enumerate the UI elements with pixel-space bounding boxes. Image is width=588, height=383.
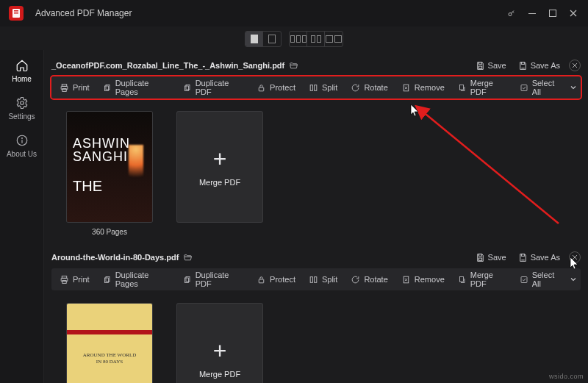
duplicate-pdf-icon: [183, 83, 192, 93]
svg-rect-38: [184, 278, 188, 283]
view-single-icon[interactable]: [245, 31, 263, 47]
select-all-button[interactable]: Select All: [515, 268, 567, 290]
svg-rect-44: [521, 276, 527, 282]
svg-rect-28: [521, 85, 527, 90]
cover-subtitle: THE: [73, 178, 102, 195]
page-thumbnail[interactable]: AROUND THE WORLD IN 80 DAYS: [67, 304, 152, 383]
gear-icon: [15, 96, 29, 110]
sidebar-item-settings[interactable]: Settings: [0, 90, 44, 128]
view-grid3-icon[interactable]: [290, 31, 307, 47]
duplicate-pdf-button[interactable]: Duplicate PDF: [176, 268, 250, 290]
toolbar-more-button[interactable]: [567, 276, 579, 282]
protect-button[interactable]: Protect: [250, 268, 302, 290]
svg-rect-15: [521, 62, 524, 64]
document-filename: Around-the-World-in-80-Days.pdf: [51, 253, 179, 262]
sidebar-item-about[interactable]: About Us: [0, 128, 44, 165]
save-button[interactable]: Save: [470, 61, 512, 71]
save-as-button[interactable]: Save As: [512, 61, 566, 71]
svg-rect-19: [106, 85, 110, 90]
print-icon: [60, 83, 69, 93]
chevron-down-icon: [570, 85, 576, 90]
svg-rect-31: [521, 254, 524, 256]
open-file-icon[interactable]: [183, 253, 193, 262]
save-as-button[interactable]: Save As: [512, 253, 566, 262]
rotate-icon: [351, 83, 360, 93]
view-grid2b-icon[interactable]: [325, 31, 343, 47]
view-single-outline-icon[interactable]: [263, 31, 281, 47]
save-as-icon: [518, 253, 528, 262]
split-button[interactable]: Split: [302, 76, 344, 99]
svg-rect-13: [478, 62, 481, 64]
svg-rect-27: [459, 85, 463, 89]
add-thumb-col: + Merge PDF: [172, 304, 268, 383]
merge-pdf-button[interactable]: Merge PDF: [451, 76, 515, 99]
save-icon: [476, 61, 485, 71]
svg-rect-3: [14, 12, 18, 14]
page-thumbnail[interactable]: ASHWIN SANGHI THE: [67, 112, 152, 222]
merge-pdf-button[interactable]: Merge PDF: [451, 268, 515, 290]
document-toolbar-2: Print Duplicate Pages Duplicate PDF Prot…: [51, 268, 581, 290]
select-all-button[interactable]: Select All: [515, 76, 567, 99]
plus-icon: +: [213, 339, 227, 362]
maximize-button[interactable]: [542, 3, 563, 24]
key-icon[interactable]: [501, 3, 522, 24]
plus-icon: +: [213, 147, 227, 171]
sidebar-label-home: Home: [12, 75, 32, 83]
split-button[interactable]: Split: [302, 268, 344, 290]
svg-rect-2: [14, 10, 18, 12]
watermark-text: wsido.com: [549, 373, 584, 380]
remove-button[interactable]: Remove: [395, 268, 451, 290]
cover-title: AROUND THE WORLD IN 80 DAYS: [83, 352, 136, 365]
close-document-button[interactable]: [569, 251, 581, 263]
svg-rect-7: [251, 35, 258, 43]
duplicate-pdf-button[interactable]: Duplicate PDF: [176, 76, 250, 99]
svg-rect-36: [104, 278, 108, 283]
sidebar-label-about: About Us: [7, 150, 37, 158]
print-button[interactable]: Print: [53, 76, 96, 99]
thumbnail-row-2: AROUND THE WORLD IN 80 DAYS + Merge PDF: [51, 290, 581, 383]
cover-stripe: [67, 330, 152, 334]
duplicate-pages-button[interactable]: Duplicate Pages: [96, 76, 176, 99]
svg-rect-40: [310, 276, 312, 282]
merge-icon: [458, 83, 467, 93]
view-mode-bar: [0, 28, 588, 50]
merge-tile-label: Merge PDF: [199, 370, 240, 379]
merge-tile-label: Merge PDF: [199, 178, 240, 187]
checkbox-icon: [520, 83, 528, 93]
remove-icon: [401, 83, 411, 93]
page-thumb-col: AROUND THE WORLD IN 80 DAYS: [62, 304, 157, 383]
merge-icon: [458, 275, 467, 284]
protect-button[interactable]: Protect: [250, 76, 302, 99]
rotate-icon: [351, 275, 360, 284]
svg-rect-35: [106, 276, 110, 282]
svg-rect-29: [478, 254, 481, 256]
svg-rect-21: [186, 85, 190, 90]
svg-rect-30: [478, 258, 481, 260]
save-button[interactable]: Save: [470, 253, 512, 262]
titlebar: Advanced PDF Manager: [0, 0, 588, 26]
svg-rect-18: [62, 88, 66, 91]
duplicate-pages-button[interactable]: Duplicate Pages: [96, 268, 176, 290]
toolbar-more-button[interactable]: [567, 85, 579, 90]
svg-rect-39: [259, 279, 264, 282]
minimize-button[interactable]: [522, 3, 542, 24]
open-file-icon[interactable]: [289, 61, 298, 71]
merge-pdf-tile[interactable]: + Merge PDF: [177, 112, 262, 222]
pages-count-label: 360 Pages: [92, 228, 127, 236]
duplicate-pdf-icon: [183, 275, 192, 284]
page-thumb-col: ASHWIN SANGHI THE 360 Pages: [62, 112, 157, 236]
sidebar-item-home[interactable]: Home: [0, 53, 44, 90]
remove-button[interactable]: Remove: [395, 76, 451, 99]
print-button[interactable]: Print: [53, 268, 96, 290]
close-document-button[interactable]: [569, 60, 581, 71]
close-window-button[interactable]: [563, 3, 584, 24]
merge-pdf-tile[interactable]: + Merge PDF: [177, 304, 262, 383]
document-filename: _OceanofPDF.com_Rozabal_Line_The_-_Ashwi…: [51, 61, 284, 70]
svg-rect-24: [310, 85, 312, 90]
document-header-1: _OceanofPDF.com_Rozabal_Line_The_-_Ashwi…: [51, 57, 581, 74]
add-thumb-col: + Merge PDF: [172, 112, 268, 236]
rotate-button[interactable]: Rotate: [344, 76, 394, 99]
rotate-button[interactable]: Rotate: [344, 268, 394, 290]
document-block-2: Around-the-World-in-80-Days.pdf Save Sav…: [51, 249, 581, 383]
view-grid2-icon[interactable]: [307, 31, 325, 47]
